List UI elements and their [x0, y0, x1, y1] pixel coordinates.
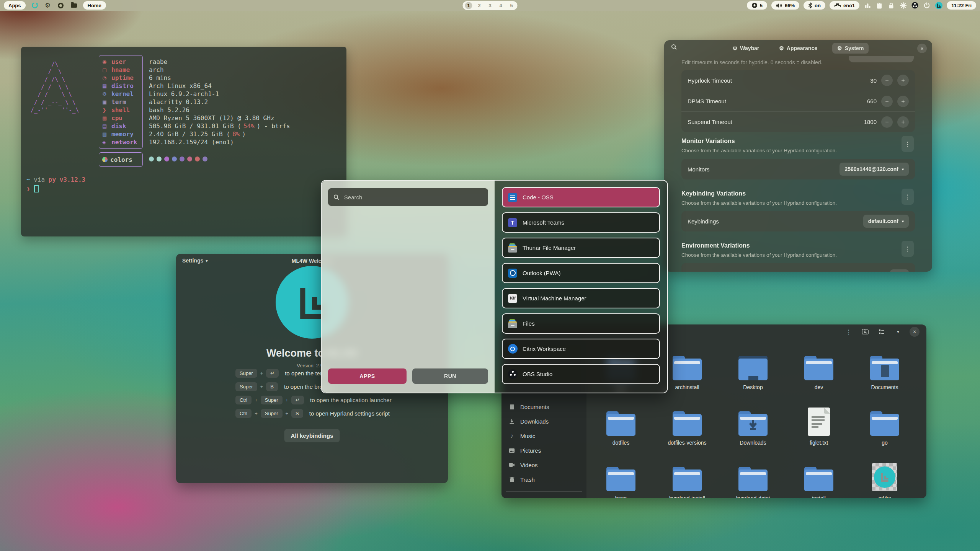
decrement-button[interactable]: −: [881, 116, 893, 128]
volume-level: 66%: [785, 3, 795, 8]
updates-indicator[interactable]: 5: [747, 1, 767, 10]
sidebar-item-documents[interactable]: Documents: [505, 399, 583, 414]
keybindings-row: Keybindings default.conf ▾: [681, 211, 915, 231]
tab-appearance[interactable]: ⚙ Appearance: [774, 43, 822, 54]
kebab-menu-icon[interactable]: ⋮: [902, 136, 914, 152]
file-item[interactable]: go: [856, 408, 913, 446]
file-item[interactable]: dotfiles-versions: [658, 408, 716, 446]
citrix-icon: [508, 344, 518, 354]
terminal-window[interactable]: /\ / \ / /\ \ / / \ \ / / \ \ / / _--_ \…: [21, 47, 346, 236]
setting-value[interactable]: 30: [870, 77, 877, 84]
file-item[interactable]: Downloads: [724, 408, 782, 446]
sidebar-item-pictures[interactable]: Pictures: [505, 443, 583, 458]
shell-prompt-line[interactable]: ❯: [26, 185, 39, 192]
apps-mode-button[interactable]: APPS: [328, 368, 407, 384]
gear-icon[interactable]: ⚙: [44, 2, 52, 9]
fetch-label: shell: [111, 106, 130, 114]
kebab-menu-icon[interactable]: ⋮: [902, 189, 914, 205]
bluetooth-indicator[interactable]: on: [804, 1, 825, 10]
sidebar-item-other-locations[interactable]: + Other Locations: [505, 495, 583, 498]
app-launcher[interactable]: APPS RUN Code - OSS T Microsoft Teams Th…: [321, 180, 668, 393]
section-title: Environment Variations: [681, 242, 750, 249]
volume-indicator[interactable]: 66%: [771, 1, 799, 10]
sidebar-item-trash[interactable]: Trash: [505, 472, 583, 487]
workspace-3[interactable]: 3: [487, 2, 494, 9]
file-item[interactable]: hyprland-install: [658, 463, 716, 498]
clipped-environment-card: [681, 263, 915, 272]
workspace-2[interactable]: 2: [476, 2, 483, 9]
sidebar-item-downloads[interactable]: Downloads: [505, 414, 583, 429]
home-button[interactable]: Home: [83, 1, 106, 10]
asterisk-icon[interactable]: [899, 2, 907, 9]
download-circle-icon: [751, 2, 758, 8]
sidebar-item-videos[interactable]: Videos: [505, 458, 583, 472]
file-item[interactable]: install: [790, 463, 848, 498]
network-indicator[interactable]: eno1: [830, 1, 859, 10]
close-icon[interactable]: ×: [917, 44, 927, 53]
hyprland-settings-window[interactable]: ⚙ Waybar ⚙ Appearance ⚙ System × Edit ti…: [664, 40, 932, 272]
update-icon[interactable]: [31, 2, 39, 9]
setting-label: DPMS Timeout: [688, 98, 726, 104]
app-item-outlook[interactable]: Outlook (PWA): [502, 263, 660, 283]
folder-search-icon[interactable]: [860, 327, 870, 337]
increment-button[interactable]: +: [897, 116, 909, 128]
app-item-code-oss[interactable]: Code - OSS: [502, 187, 660, 207]
decrement-button[interactable]: −: [881, 75, 893, 86]
obs-tray-icon[interactable]: [911, 2, 919, 9]
workspace-4[interactable]: 4: [497, 2, 505, 9]
clipped-scrolled-button[interactable]: [849, 56, 914, 62]
search-icon[interactable]: [671, 44, 677, 50]
tab-waybar[interactable]: ⚙ Waybar: [728, 43, 764, 54]
power-icon[interactable]: [923, 2, 931, 9]
file-item[interactable]: dev: [790, 352, 848, 390]
setting-value[interactable]: 1800: [864, 119, 877, 125]
setting-value[interactable]: 660: [867, 98, 877, 104]
clipboard-icon[interactable]: [875, 2, 883, 9]
kebab-menu-icon[interactable]: ⋮: [844, 327, 854, 337]
tab-system[interactable]: ⚙ System: [832, 43, 869, 54]
file-item[interactable]: Desktop: [724, 352, 782, 390]
apps-menu-button[interactable]: Apps: [4, 1, 26, 10]
stats-icon[interactable]: [864, 2, 871, 9]
workspace-1[interactable]: 1: [465, 2, 472, 9]
close-icon[interactable]: ×: [910, 327, 920, 337]
environment-dropdown[interactable]: [890, 269, 909, 272]
app-item-citrix-workspace[interactable]: Citrix Workspace: [502, 339, 660, 359]
sidebar-item-music[interactable]: ♪ Music: [505, 429, 583, 443]
view-toggle-icon[interactable]: [877, 327, 887, 337]
file-manager-icon[interactable]: [70, 2, 78, 9]
app-item-obs-studio[interactable]: OBS Studio: [502, 364, 660, 384]
search-input[interactable]: [344, 194, 483, 201]
workspace-5[interactable]: 5: [508, 2, 515, 9]
kernel-icon: ⚙: [102, 90, 109, 98]
file-item[interactable]: Documents: [856, 352, 913, 390]
increment-button[interactable]: +: [897, 75, 909, 86]
file-item[interactable]: hyprland-dotst: [724, 463, 782, 498]
launcher-search[interactable]: [328, 188, 488, 206]
settings-headerbar: ⚙ Waybar ⚙ Appearance ⚙ System: [664, 40, 932, 56]
app-item-thunar[interactable]: Thunar File Manager: [502, 238, 660, 258]
key-chip: S: [291, 409, 303, 418]
ml4w-tray-icon[interactable]: [935, 2, 942, 9]
all-keybindings-button[interactable]: All keybindings: [284, 429, 340, 442]
lock-icon[interactable]: [887, 2, 895, 9]
speaker-icon: [776, 3, 782, 8]
prompt-path: ~: [26, 176, 30, 183]
file-item[interactable]: figlet.txt: [790, 408, 848, 446]
sidebar-label: Documents: [520, 404, 549, 410]
app-item-files[interactable]: Files: [502, 313, 660, 334]
app-item-virtual-machine-manager[interactable]: VM Virtual Machine Manager: [502, 288, 660, 308]
run-mode-button[interactable]: RUN: [412, 368, 488, 384]
browser-icon[interactable]: [57, 2, 65, 9]
increment-button[interactable]: +: [897, 96, 909, 107]
file-item[interactable]: ml4w: [856, 463, 913, 498]
kebab-menu-icon[interactable]: ⋮: [902, 241, 914, 257]
file-item[interactable]: dotfiles: [592, 408, 650, 446]
clock[interactable]: 11:22 Fri: [947, 1, 976, 10]
file-item[interactable]: base: [592, 463, 650, 498]
app-item-microsoft-teams[interactable]: T Microsoft Teams: [502, 212, 660, 233]
monitors-dropdown[interactable]: 980x551@120.conf ▾: [840, 163, 909, 176]
keybindings-dropdown[interactable]: default.conf ▾: [863, 215, 909, 228]
decrement-button[interactable]: −: [881, 96, 893, 107]
view-dropdown-icon[interactable]: ▾: [893, 327, 903, 337]
